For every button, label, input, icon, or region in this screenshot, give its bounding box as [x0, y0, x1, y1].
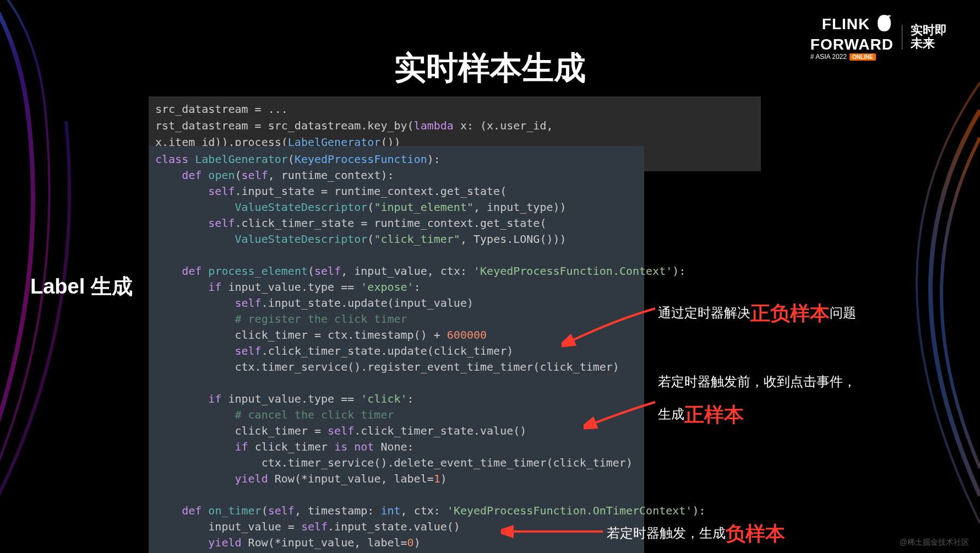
squirrel-icon [875, 14, 894, 36]
slide-title: 实时样本生成 [394, 47, 586, 90]
watermark: @稀土掘金技术社区 [900, 538, 969, 547]
section-label: Label 生成 [30, 273, 133, 301]
annotation-2: 若定时器触发前，收到点击事件， 生成正样本 [658, 373, 856, 429]
annotation-3: 若定时器触发，生成负样本 [607, 521, 785, 547]
logo-area: FLINK FORWARD # ASIA 2022 ONLINE 实时即未来 [810, 14, 947, 61]
code-block-main: class LabelGenerator(KeyedProcessFunctio… [149, 146, 644, 553]
annotation-1: 通过定时器解决正负样本问题 [658, 300, 856, 327]
